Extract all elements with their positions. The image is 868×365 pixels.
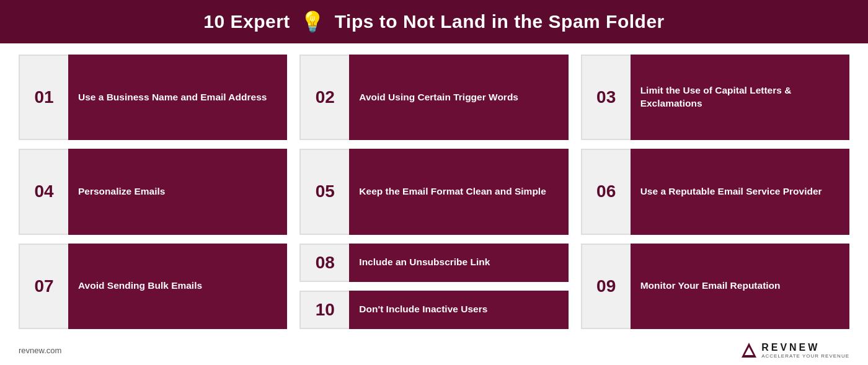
row-3: 07 Avoid Sending Bulk Emails 08 Include …: [19, 244, 849, 329]
header-tips-bold: Tips: [335, 11, 374, 32]
tip-label-9: Monitor Your Email Reputation: [631, 244, 849, 329]
tip-label-6: Use a Reputable Email Service Provider: [631, 149, 849, 234]
main-content: 01 Use a Business Name and Email Address…: [0, 43, 868, 338]
tip-number-2: 02: [299, 55, 349, 140]
row-2: 04 Personalize Emails 05 Keep the Email …: [19, 149, 849, 234]
tip-number-3: 03: [581, 55, 631, 140]
row-1: 01 Use a Business Name and Email Address…: [19, 55, 849, 140]
tip-label-5: Keep the Email Format Clean and Simple: [349, 149, 568, 234]
tip-label-4: Personalize Emails: [68, 149, 287, 234]
header: 10 Expert 💡 Tips to Not Land in the Spam…: [0, 0, 868, 43]
tip-label-8: Include an Unsubscribe Link: [349, 244, 568, 282]
tip-number-9: 09: [581, 244, 631, 329]
logo-area: REVNEW Accelerate Your Revenue: [740, 341, 849, 359]
tip-number-4: 04: [19, 149, 68, 234]
footer: revnew.com REVNEW Accelerate Your Revenu…: [0, 338, 868, 365]
tip-group-9: 09 Monitor Your Email Reputation: [581, 244, 849, 329]
header-number: 10: [203, 11, 230, 32]
tip-number-8: 08: [299, 244, 349, 282]
bulb-icon: 💡: [300, 10, 325, 33]
tip-number-10: 10: [299, 291, 349, 329]
tip-number-7: 07: [19, 244, 68, 329]
tip-group-7: 07 Avoid Sending Bulk Emails: [19, 244, 287, 329]
tip-number-5: 05: [299, 149, 349, 234]
tip-number-1: 01: [19, 55, 68, 140]
tip-label-3: Limit the Use of Capital Letters & Excla…: [631, 55, 849, 140]
header-expert: Expert: [230, 11, 290, 32]
logo-text-area: REVNEW Accelerate Your Revenue: [761, 342, 849, 359]
tip-group-4: 04 Personalize Emails: [19, 149, 287, 234]
footer-url: revnew.com: [19, 346, 61, 355]
header-tips: Tips to Not Land in the Spam Folder: [335, 11, 665, 32]
header-rest: to Not Land in the Spam Folder: [374, 11, 665, 32]
tip-group-1: 01 Use a Business Name and Email Address: [19, 55, 287, 140]
tip-group-6: 06 Use a Reputable Email Service Provide…: [581, 149, 849, 234]
tip-group-2: 02 Avoid Using Certain Trigger Words: [299, 55, 568, 140]
page-wrapper: 10 Expert 💡 Tips to Not Land in the Spam…: [0, 0, 868, 365]
logo-tagline: Accelerate Your Revenue: [761, 353, 849, 359]
tip-group-3: 03 Limit the Use of Capital Letters & Ex…: [581, 55, 849, 140]
header-title: 10 Expert: [203, 11, 290, 32]
tip-group-10: 10 Don't Include Inactive Users: [299, 291, 568, 329]
tip-label-1: Use a Business Name and Email Address: [68, 55, 287, 140]
tip-number-6: 06: [581, 149, 631, 234]
tip-label-7: Avoid Sending Bulk Emails: [68, 244, 287, 329]
tip-label-10: Don't Include Inactive Users: [349, 291, 568, 329]
logo-triangle-icon: [740, 341, 758, 359]
tip-group-5: 05 Keep the Email Format Clean and Simpl…: [299, 149, 568, 234]
tip-label-2: Avoid Using Certain Trigger Words: [349, 55, 568, 140]
tip-group-8: 08 Include an Unsubscribe Link: [299, 244, 568, 282]
logo-brand: REVNEW: [761, 342, 820, 353]
